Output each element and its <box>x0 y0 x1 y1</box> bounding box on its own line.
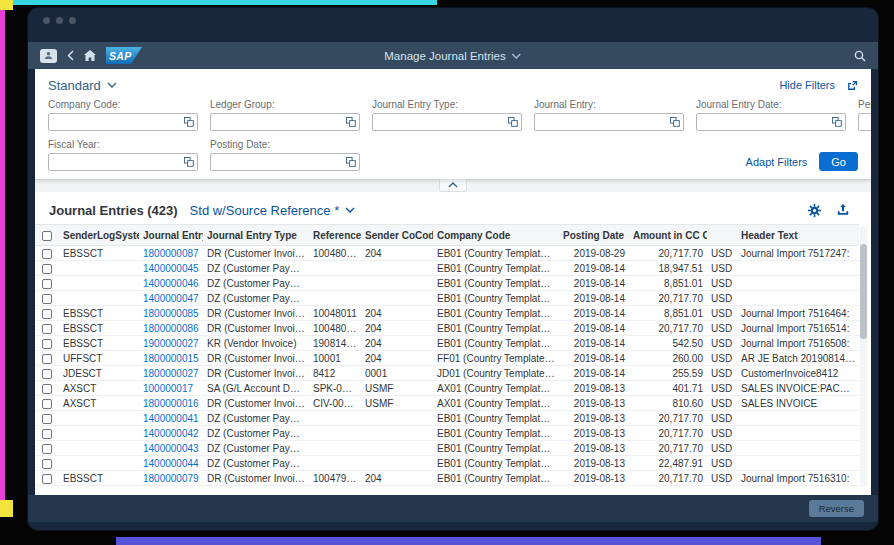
row-checkbox[interactable] <box>42 339 52 349</box>
table-row[interactable]: 1400000041DZ (Customer Payment)EB01 (Cou… <box>35 411 859 426</box>
table-row[interactable]: EBSSCT1800000087DR (Customer Invoice)100… <box>35 246 859 261</box>
table-row[interactable]: EBSSCT1800000086DR (Customer Invoice)100… <box>35 321 859 336</box>
adapt-filters-link[interactable]: Adapt Filters <box>746 156 808 168</box>
column-header-sender-log-system[interactable]: SenderLogSystem <box>59 225 139 246</box>
row-checkbox[interactable] <box>42 444 52 454</box>
row-checkbox[interactable] <box>42 294 52 304</box>
column-header-journal-entry[interactable]: Journal Entry <box>139 225 203 246</box>
posting-date-input[interactable] <box>214 157 346 168</box>
column-header-posting-date[interactable]: Posting Date <box>559 225 629 246</box>
fiscal-year-input[interactable] <box>52 157 184 168</box>
window-control-dot[interactable] <box>69 17 76 24</box>
journal-entry-link[interactable]: 1800000015 <box>143 353 199 364</box>
value-help-icon[interactable] <box>184 157 194 167</box>
row-checkbox[interactable] <box>42 369 52 379</box>
column-header-sender-cocode[interactable]: Sender CoCode <box>361 225 433 246</box>
table-row[interactable]: 1400000046DZ (Customer Payment)EB01 (Cou… <box>35 276 859 291</box>
value-help-icon[interactable] <box>184 117 194 127</box>
row-checkbox[interactable] <box>42 399 52 409</box>
table-row[interactable]: AXSCT100000017SA (G/L Account Docu...SPK… <box>35 381 859 396</box>
row-checkbox[interactable] <box>42 429 52 439</box>
journal-entry-type-input[interactable] <box>376 117 508 128</box>
period-input[interactable] <box>862 117 871 128</box>
row-checkbox[interactable] <box>42 474 52 484</box>
journal-entry-link[interactable]: 100000017 <box>143 383 193 394</box>
table-scrollbar[interactable] <box>860 226 867 487</box>
row-checkbox[interactable] <box>42 384 52 394</box>
journal-entry-link[interactable]: 1800000027 <box>143 368 199 379</box>
company-code-input[interactable] <box>52 117 184 128</box>
column-header-reference[interactable]: Reference <box>309 225 361 246</box>
cell-currency: USD <box>707 336 737 351</box>
value-help-icon[interactable] <box>346 157 356 167</box>
export-icon[interactable] <box>837 204 849 216</box>
table-row[interactable]: 1400000043DZ (Customer Payment)EB01 (Cou… <box>35 441 859 456</box>
hide-filters-link[interactable]: Hide Filters <box>779 79 835 91</box>
row-checkbox[interactable] <box>42 414 52 424</box>
value-help-icon[interactable] <box>346 117 356 127</box>
row-checkbox[interactable] <box>42 264 52 274</box>
sap-logo[interactable]: SAP <box>106 47 142 64</box>
column-header-company-code[interactable]: Company Code <box>433 225 559 246</box>
table-variant-selector[interactable]: Std w/Source Reference * <box>190 203 356 218</box>
expand-icon[interactable] <box>847 80 858 91</box>
table-row[interactable]: EBSSCT1800000079DR (Customer Invoice)100… <box>35 471 859 486</box>
column-header-amount-in-cc-crcy[interactable]: Amount in CC Crcy <box>629 225 707 246</box>
row-checkbox[interactable] <box>42 279 52 289</box>
app-title[interactable]: Manage Journal Entries <box>384 50 521 62</box>
row-checkbox[interactable] <box>42 249 52 259</box>
table-row[interactable]: 1400000045DZ (Customer Payment)EB01 (Cou… <box>35 261 859 276</box>
journal-entry-link[interactable]: 1400000046 <box>143 278 199 289</box>
window-control-dot[interactable] <box>43 17 50 24</box>
value-help-icon[interactable] <box>670 117 680 127</box>
column-header-currency[interactable] <box>707 225 737 246</box>
journal-entry-input[interactable] <box>538 117 670 128</box>
table-row[interactable]: 1400000044DZ (Customer Payment)EB01 (Cou… <box>35 456 859 471</box>
table-row[interactable]: AXSCT1800000016DR (Customer Invoice)CIV-… <box>35 396 859 411</box>
row-checkbox[interactable] <box>42 324 52 334</box>
cell-select <box>35 321 59 336</box>
cell-journal-entry: 1900000027 <box>139 336 203 351</box>
table-row[interactable]: JDESCT1800000027DR (Customer Invoice)841… <box>35 366 859 381</box>
cell-currency: USD <box>707 411 737 426</box>
table-row[interactable]: 1400000042DZ (Customer Payment)EB01 (Cou… <box>35 426 859 441</box>
collapse-header-button[interactable] <box>439 179 467 192</box>
go-button[interactable]: Go <box>819 152 858 171</box>
journal-entry-link[interactable]: 1800000086 <box>143 323 199 334</box>
column-header-journal-entry-type[interactable]: Journal Entry Type <box>203 225 309 246</box>
journal-entry-link[interactable]: 1400000045 <box>143 263 199 274</box>
journal-entry-link[interactable]: 1800000085 <box>143 308 199 319</box>
row-checkbox[interactable] <box>42 309 52 319</box>
reverse-button[interactable]: Reverse <box>809 500 864 517</box>
back-button[interactable] <box>67 50 74 61</box>
table-row[interactable]: EBSSCT1900000027KR (Vendor Invoice)19081… <box>35 336 859 351</box>
journal-entry-link[interactable]: 1400000047 <box>143 293 199 304</box>
table-row[interactable]: 1400000047DZ (Customer Payment)EB01 (Cou… <box>35 291 859 306</box>
settings-icon[interactable] <box>808 204 821 217</box>
window-control-dot[interactable] <box>56 17 63 24</box>
journal-entry-link[interactable]: 1400000044 <box>143 458 199 469</box>
journal-entry-link[interactable]: 1400000043 <box>143 443 199 454</box>
home-button[interactable] <box>84 50 96 61</box>
row-checkbox[interactable] <box>42 354 52 364</box>
journal-entry-link[interactable]: 1800000087 <box>143 248 199 259</box>
variant-selector[interactable]: Standard <box>48 78 117 93</box>
select-all-checkbox[interactable] <box>42 231 52 241</box>
journal-entry-link[interactable]: 1800000079 <box>143 473 199 484</box>
scrollbar-thumb[interactable] <box>860 244 867 339</box>
cell-company-code: EB01 (Country Template US) <box>433 471 559 486</box>
journal-entry-link[interactable]: 1400000042 <box>143 428 199 439</box>
journal-entry-link[interactable]: 1800000016 <box>143 398 199 409</box>
ledger-group-input[interactable] <box>214 117 346 128</box>
value-help-icon[interactable] <box>832 117 842 127</box>
column-header-header-text[interactable]: Header Text <box>737 225 859 246</box>
journal-entry-date-input[interactable] <box>700 117 832 128</box>
search-icon[interactable] <box>854 50 866 62</box>
value-help-icon[interactable] <box>508 117 518 127</box>
journal-entry-link[interactable]: 1400000041 <box>143 413 199 424</box>
table-row[interactable]: UFFSCT1800000015DR (Customer Invoice)100… <box>35 351 859 366</box>
table-row[interactable]: EBSSCT1800000085DR (Customer Invoice)100… <box>35 306 859 321</box>
journal-entry-link[interactable]: 1900000027 <box>143 338 199 349</box>
row-checkbox[interactable] <box>42 459 52 469</box>
user-avatar-button[interactable] <box>40 49 57 63</box>
